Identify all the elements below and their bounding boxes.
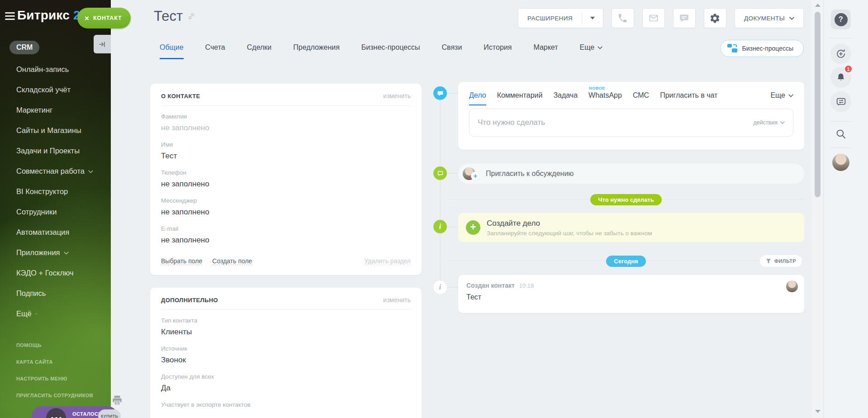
sidebar-item-automation[interactable]: Автоматизация — [16, 227, 107, 238]
close-icon[interactable]: × — [85, 14, 89, 22]
invite-to-discussion-bar[interactable]: + Пригласить к обсуждению — [458, 164, 804, 184]
activity-tab-more[interactable]: Еще — [770, 91, 793, 100]
delete-section-link[interactable]: Удалить раздел — [364, 257, 411, 265]
extensions-button[interactable]: РАСШИРЕНИЯ — [518, 8, 603, 28]
search-icon — [835, 128, 847, 140]
timeline-entry-card[interactable]: Создан контакт 10:18 Тест — [458, 275, 804, 313]
business-processes-button[interactable]: Бизнес-процессы — [720, 40, 804, 57]
about-edit-link[interactable]: изменить — [383, 92, 411, 100]
sidebar-footer-configure-menu[interactable]: НАСТРОИТЬ МЕНЮ — [16, 376, 93, 381]
field-email[interactable]: E-mail не заполнено — [161, 225, 411, 246]
entry-title: Создан контакт — [466, 282, 515, 289]
today-pill[interactable]: Сегодня — [606, 256, 645, 267]
messenger-icon — [835, 96, 847, 108]
field-messenger[interactable]: Мессенджер не заполнено — [161, 197, 411, 218]
activity-tab-invite-chat[interactable]: Пригласить в чат — [660, 91, 717, 104]
copy-link-icon[interactable] — [187, 12, 195, 20]
sidebar-item-more[interactable]: Ещё- — [16, 308, 107, 319]
activity-tab-todo[interactable]: Дело — [469, 91, 486, 105]
field-export-participation[interactable]: Участвует в экспорте контактов — [161, 401, 411, 408]
field-source[interactable]: Источник Звонок — [161, 345, 411, 366]
tab-relations[interactable]: Связи — [442, 43, 462, 59]
sidebar-item-collaboration[interactable]: Совместная работа — [16, 166, 107, 176]
tab-history[interactable]: История — [484, 43, 512, 59]
question-icon: ? — [835, 13, 848, 26]
page-scrollbar[interactable] — [812, 0, 823, 418]
tab-market[interactable]: Маркет — [533, 43, 558, 59]
discussion-bubble-icon — [433, 166, 447, 180]
todo-pill[interactable]: Что нужно сделать — [590, 194, 661, 205]
print-button[interactable] — [111, 394, 123, 406]
settings-button[interactable] — [704, 8, 726, 28]
chat-button[interactable] — [673, 8, 696, 28]
tab-more[interactable]: Еще — [580, 43, 603, 59]
field-phone[interactable]: Телефон не заполнено — [161, 169, 411, 190]
main-sidebar: Битрикс 2 CRM Онлайн-запись Складской уч… — [0, 0, 111, 418]
create-field-link[interactable]: Создать поле — [212, 257, 252, 265]
additional-edit-link[interactable]: изменить — [383, 296, 411, 304]
add-activity-icon[interactable]: + — [466, 220, 480, 235]
sidebar-item-marketing[interactable]: Маркетинг — [16, 104, 107, 115]
user-avatar[interactable] — [832, 154, 849, 171]
sidebar-footer-help[interactable]: ПОМОЩЬ — [16, 342, 93, 348]
avatar — [786, 280, 798, 292]
create-activity-hint-card[interactable]: + Создайте дело Запланируйте следующий ш… — [458, 213, 804, 242]
field-available-for-all[interactable]: Доступен для всех Да — [161, 373, 411, 394]
select-field-link[interactable]: Выбрать поле — [161, 257, 202, 265]
sidebar-item-employees[interactable]: Сотрудники — [16, 206, 107, 217]
todo-input[interactable] — [478, 118, 748, 127]
field-contact-type[interactable]: Тип контакта Клиенты — [161, 317, 411, 337]
sidebar-footer-invite-employees[interactable]: ПРИГЛАСИТЬ СОТРУДНИКОВ — [16, 393, 93, 398]
scroll-up-icon[interactable] — [815, 4, 821, 7]
extensions-dropdown-button[interactable] — [582, 17, 603, 19]
activity-chat-bubble-icon — [433, 86, 447, 100]
license-bar[interactable]: ОСТАЛОСЬ КУПИТЬ — [32, 406, 118, 418]
call-button[interactable] — [612, 8, 634, 28]
sidebar-item-signature[interactable]: Подпись — [16, 288, 107, 299]
right-toolbar: ? 1 — [823, 0, 868, 418]
entry-text: Тест — [466, 293, 796, 301]
tab-deals[interactable]: Сделки — [247, 43, 272, 59]
chevron-down-icon — [88, 170, 93, 173]
activity-tab-task[interactable]: Задача — [553, 91, 578, 104]
add-participant-icon[interactable]: + — [471, 172, 479, 180]
chevron-down-icon — [788, 94, 793, 97]
scroll-down-icon[interactable] — [815, 410, 821, 413]
field-lastname[interactable]: Фамилия не заполнено — [161, 113, 411, 133]
chevron-down-icon — [780, 121, 785, 124]
hint-subtitle: Запланируйте следующий шаг, чтобы не заб… — [487, 230, 652, 237]
sidebar-item-online-booking[interactable]: Онлайн-запись — [16, 64, 107, 75]
help-button[interactable]: ? — [831, 10, 851, 29]
sidebar-item-tasks-projects[interactable]: Задачи и Проекты — [16, 145, 107, 156]
activity-tab-sms[interactable]: СМС — [633, 91, 649, 104]
tab-business-processes[interactable]: Бизнес-процессы — [361, 43, 420, 59]
hamburger-menu-icon[interactable] — [5, 12, 15, 22]
activity-tab-comment[interactable]: Комментарий — [497, 91, 543, 104]
activity-tab-whatsapp[interactable]: НОВОЕ WhatsApp — [588, 91, 622, 104]
sidebar-footer-sitemap[interactable]: КАРТА САЙТА — [16, 359, 93, 365]
updates-button[interactable] — [830, 43, 851, 64]
scrollbar-thumb[interactable] — [815, 12, 821, 197]
documents-button[interactable]: ДОКУМЕНТЫ — [735, 8, 804, 28]
contact-breadcrumb-pill[interactable]: × КОНТАКТ — [77, 8, 131, 28]
app-logo[interactable]: Битрикс 2 — [17, 8, 81, 23]
sidebar-item-bi-builder[interactable]: BI Конструктор — [16, 186, 107, 197]
search-button[interactable] — [835, 128, 847, 140]
email-button[interactable] — [642, 8, 665, 28]
messenger-button[interactable] — [830, 91, 851, 112]
tab-general[interactable]: Общие — [160, 43, 184, 59]
history-refresh-icon — [835, 48, 846, 59]
additional-card-title: ДОПОЛНИТЕЛЬНО — [161, 297, 218, 304]
tab-quotes[interactable]: Предложения — [293, 43, 340, 59]
sidebar-item-apps[interactable]: Приложения — [16, 247, 107, 258]
buy-button[interactable]: КУПИТЬ — [98, 409, 121, 418]
sidebar-item-crm[interactable]: CRM — [9, 41, 39, 54]
filter-button[interactable]: ФИЛЬТР — [760, 255, 802, 267]
sidebar-item-inventory[interactable]: Складской учёт — [16, 84, 107, 95]
tab-invoices[interactable]: Счета — [205, 43, 225, 59]
todo-actions-dropdown[interactable]: действия — [753, 119, 785, 126]
sidebar-item-sites-stores[interactable]: Сайты и Магазины — [16, 125, 107, 136]
field-firstname[interactable]: Имя Тест — [161, 141, 411, 162]
sidebar-item-kedo[interactable]: КЭДО + Госключ — [16, 267, 107, 278]
envelope-icon — [648, 13, 659, 24]
